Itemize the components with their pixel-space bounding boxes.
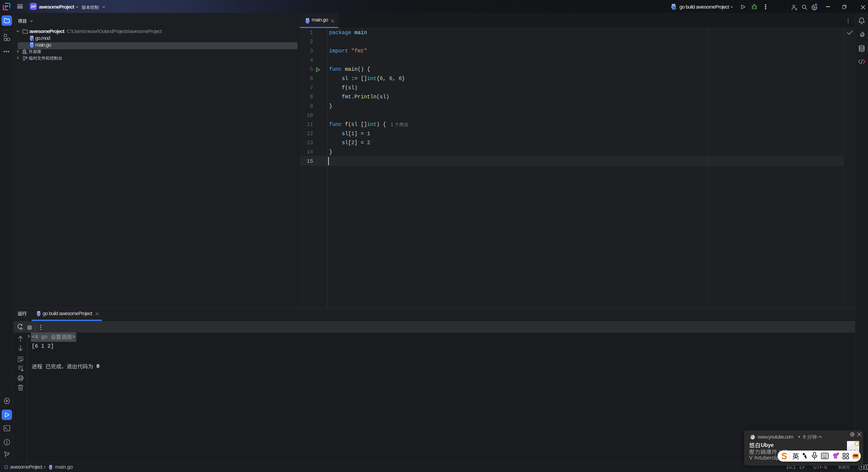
- svg-text:GO: GO: [5, 5, 8, 7]
